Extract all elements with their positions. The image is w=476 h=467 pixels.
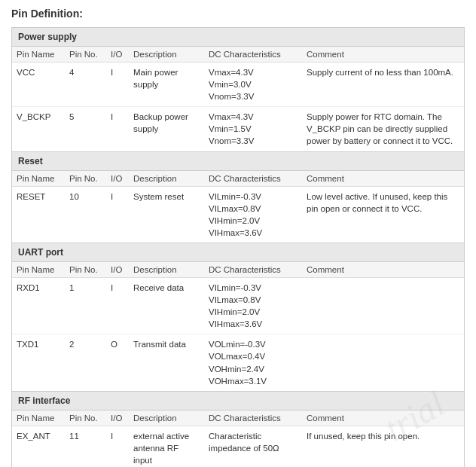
cell-dc_characteristics: VOLmin=-0.3VVOLmax=0.4VVOHmin=2.4VVOHmax… [204,334,302,391]
column-header: Description [129,411,204,426]
column-header: I/O [106,47,129,63]
section-uart-port: UART portPin NamePin No.I/ODescriptionDC… [11,243,465,391]
column-header: I/O [106,171,129,187]
column-header: Pin Name [12,171,65,187]
cell-pin_no: 1 [65,277,106,334]
section-header-reset: Reset [12,152,464,171]
cell-io: I [106,107,129,151]
cell-io: I [106,277,129,334]
table-row: VCC4IMain power supplyVmax=4.3VVmin=3.0V… [12,63,464,107]
section-header-power-supply: Power supply [12,28,464,47]
cell-description: Backup power supply [129,107,204,151]
cell-dc_characteristics: VILmin=-0.3VVILmax=0.8VVIHmin=2.0VVIHmax… [204,186,302,243]
section-reset: ResetPin NamePin No.I/ODescriptionDC Cha… [11,151,465,243]
cell-dc_characteristics: Vmax=4.3VVmin=3.0VVnom=3.3V [204,63,302,107]
table-row: RESET10ISystem resetVILmin=-0.3VVILmax=0… [12,186,464,243]
column-header: Pin No. [65,171,106,187]
column-header: Description [129,47,204,63]
cell-dc_characteristics: Vmax=4.3VVmin=1.5VVnom=3.3V [204,107,302,151]
page-title: Pin Definition: [11,8,465,20]
cell-comment: If unused, keep this pin open. [302,426,464,467]
column-header: Pin Name [12,411,65,426]
cell-io: I [106,426,129,467]
column-header: I/O [106,411,129,426]
column-header: Pin No. [65,411,106,426]
table-row: V_BCKP5IBackup power supplyVmax=4.3VVmin… [12,107,464,151]
column-header: Pin Name [12,262,65,278]
cell-description: Main power supply [129,63,204,107]
column-header: DC Characteristics [204,262,302,278]
section-header-uart-port: UART port [12,243,464,262]
cell-dc_characteristics: VILmin=-0.3VVILmax=0.8VVIHmin=2.0VVIHmax… [204,277,302,334]
column-header: Pin No. [65,47,106,63]
table-row: EX_ANT11Iexternal active antenna RF inpu… [12,426,464,467]
cell-io: I [106,63,129,107]
column-header: Comment [302,47,464,63]
cell-io: O [106,334,129,391]
cell-pin_no: 11 [65,426,106,467]
column-header: Pin Name [12,47,65,63]
cell-description: external active antenna RF input [129,426,204,467]
cell-comment [302,334,464,391]
column-header: Description [129,262,204,278]
cell-description: Transmit data [129,334,204,391]
column-header: DC Characteristics [204,171,302,187]
column-header: Description [129,171,204,187]
cell-pin_no: 10 [65,186,106,243]
cell-comment: Supply current of no less than 100mA. [302,63,464,107]
cell-pin_name: RXD1 [12,277,65,334]
cell-pin_name: EX_ANT [12,426,65,467]
section-header-rf-interface: RF interface [12,392,464,411]
cell-description: Receive data [129,277,204,334]
column-header: I/O [106,262,129,278]
cell-pin_no: 4 [65,63,106,107]
cell-comment [302,277,464,334]
cell-pin_name: V_BCKP [12,107,65,151]
section-rf-interface: RF interfacePin NamePin No.I/ODescriptio… [11,391,465,467]
column-header: Comment [302,411,464,426]
table-row: TXD12OTransmit dataVOLmin=-0.3VVOLmax=0.… [12,334,464,391]
cell-io: I [106,186,129,243]
column-header: Comment [302,262,464,278]
cell-dc_characteristics: Characteristic impedance of 50Ω [204,426,302,467]
table-row: RXD11IReceive dataVILmin=-0.3VVILmax=0.8… [12,277,464,334]
cell-pin_no: 5 [65,107,106,151]
column-header: Pin No. [65,262,106,278]
cell-pin_name: RESET [12,186,65,243]
cell-pin_no: 2 [65,334,106,391]
cell-comment: Supply power for RTC domain. The V_BCKP … [302,107,464,151]
cell-description: System reset [129,186,204,243]
section-power-supply: Power supplyPin NamePin No.I/ODescriptio… [11,27,465,151]
column-header: Comment [302,171,464,187]
cell-pin_name: VCC [12,63,65,107]
cell-comment: Low level active. If unused, keep this p… [302,186,464,243]
column-header: DC Characteristics [204,411,302,426]
cell-pin_name: TXD1 [12,334,65,391]
column-header: DC Characteristics [204,47,302,63]
